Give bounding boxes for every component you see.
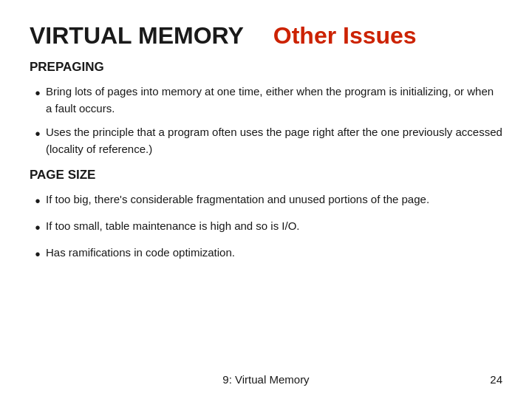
section-page-size: PAGE SIZE • If too big, there's consider… — [30, 168, 502, 264]
section-prepaging: PREPAGING • Bring lots of pages into mem… — [30, 60, 502, 157]
prepaging-heading: PREPAGING — [30, 60, 502, 75]
title-virtual-memory: VIRTUAL MEMORY — [30, 22, 244, 50]
slide: VIRTUAL MEMORY Other Issues PREPAGING • … — [0, 0, 532, 399]
page-size-heading: PAGE SIZE — [30, 168, 502, 183]
footer-page-number: 24 — [490, 373, 502, 386]
bullet-icon: • — [30, 124, 46, 143]
prepaging-bullets: • Bring lots of pages into memory at one… — [30, 83, 502, 157]
title-other-issues: Other Issues — [273, 22, 417, 50]
bullet-text: Bring lots of pages into memory at one t… — [46, 83, 502, 117]
list-item: • Has ramifications in code optimization… — [30, 245, 502, 264]
list-item: • Bring lots of pages into memory at one… — [30, 83, 502, 117]
list-item: • If too big, there's considerable fragm… — [30, 191, 502, 211]
bullet-icon: • — [30, 218, 46, 237]
bullet-icon: • — [30, 191, 46, 211]
slide-header: VIRTUAL MEMORY Other Issues — [30, 22, 502, 50]
bullet-text: Has ramifications in code optimization. — [46, 245, 502, 262]
bullet-icon: • — [30, 83, 46, 103]
footer-label: 9: Virtual Memory — [30, 373, 502, 386]
bullet-icon: • — [30, 245, 46, 264]
list-item: • If too small, table maintenance is hig… — [30, 218, 502, 237]
list-item: • Uses the principle that a program ofte… — [30, 124, 502, 157]
bullet-text: Uses the principle that a program often … — [46, 124, 502, 157]
bullet-text: If too big, there's considerable fragmen… — [46, 191, 502, 208]
bullet-text: If too small, table maintenance is high … — [46, 218, 502, 235]
page-size-bullets: • If too big, there's considerable fragm… — [30, 191, 502, 264]
slide-footer: 9: Virtual Memory 24 — [0, 373, 532, 386]
